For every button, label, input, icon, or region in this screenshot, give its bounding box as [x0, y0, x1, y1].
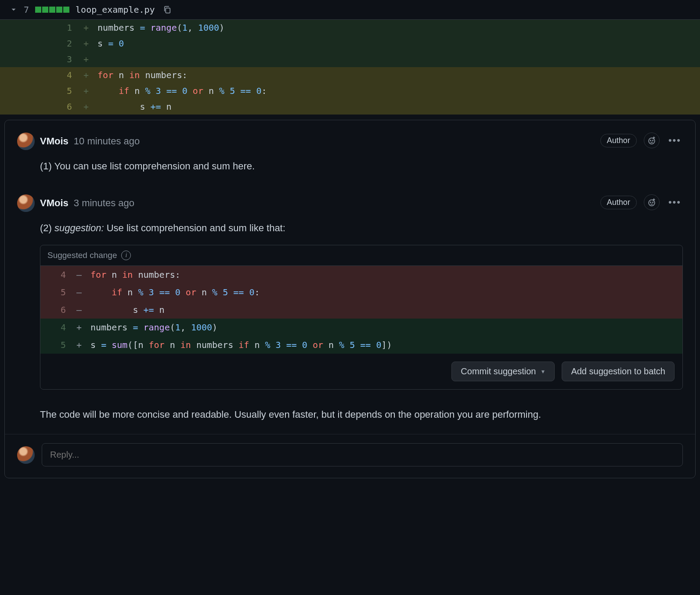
- kebab-icon[interactable]: •••: [667, 135, 683, 146]
- diff-row: 4– for n in numbers:: [40, 266, 682, 283]
- svg-point-4: [649, 200, 655, 206]
- code-line: + s += n: [79, 99, 700, 115]
- code-line: + numbers = range(1, 1000): [72, 319, 682, 336]
- line-number-old: [0, 99, 40, 115]
- line-number-new: 5: [40, 83, 79, 99]
- diff-table: 1+ numbers = range(1, 1000)2+ s = 03+ 4+…: [0, 20, 700, 115]
- svg-point-1: [649, 138, 655, 144]
- comment-time[interactable]: 10 minutes ago: [74, 136, 140, 147]
- line-number-new: 2: [40, 36, 79, 51]
- code-line: + numbers = range(1, 1000): [79, 20, 700, 36]
- svg-point-5: [650, 202, 651, 203]
- commit-suggestion-button[interactable]: Commit suggestion▼: [451, 362, 555, 381]
- avatar[interactable]: [17, 194, 35, 212]
- diff-row: 1+ numbers = range(1, 1000): [0, 20, 700, 36]
- add-to-batch-button[interactable]: Add suggestion to batch: [562, 362, 675, 381]
- diff-row: 6+ s += n: [0, 99, 700, 115]
- author-badge: Author: [600, 196, 637, 209]
- line-number: 5: [40, 283, 72, 301]
- author-badge: Author: [600, 134, 637, 147]
- comment-author[interactable]: VMois: [40, 136, 69, 147]
- code-line: – s += n: [72, 301, 682, 319]
- code-line: + s = 0: [79, 36, 700, 51]
- svg-point-3: [653, 140, 653, 141]
- comment: Author ••• VMois 3 minutes ago (2) sugge…: [5, 182, 695, 407]
- chevron-down-icon: ▼: [541, 369, 546, 375]
- diff-row: 2+ s = 0: [0, 36, 700, 51]
- line-number-old: [0, 67, 40, 83]
- add-reaction-icon[interactable]: [644, 133, 660, 148]
- diff-row: 5– if n % 3 == 0 or n % 5 == 0:: [40, 283, 682, 301]
- comment-body: (2) suggestion: Use list comprehension a…: [40, 221, 683, 235]
- suggestion-diff: 4– for n in numbers:5– if n % 3 == 0 or …: [40, 266, 682, 354]
- reply-input[interactable]: [42, 443, 683, 466]
- line-number-old: [0, 51, 40, 67]
- diff-row: 6– s += n: [40, 301, 682, 319]
- line-number-old: [0, 83, 40, 99]
- code-line: +: [79, 51, 700, 67]
- comment-time[interactable]: 3 minutes ago: [74, 197, 134, 209]
- diff-count: 7: [24, 4, 29, 15]
- line-number: 6: [40, 301, 72, 319]
- code-line: – for n in numbers:: [72, 266, 682, 283]
- reply-row: [5, 434, 695, 478]
- svg-point-2: [650, 140, 651, 141]
- svg-rect-0: [166, 8, 170, 13]
- comment-body-followup: The code will be more concise and readab…: [40, 407, 683, 422]
- file-name[interactable]: loop_example.py: [76, 4, 155, 15]
- diffstat-squares: [35, 7, 69, 13]
- comment-body: (1) You can use list comprehension and s…: [40, 159, 683, 173]
- diff-row: 5+ s = sum([n for n in numbers if n % 3 …: [40, 336, 682, 354]
- line-number-new: 3: [40, 51, 79, 67]
- chevron-down-icon[interactable]: [10, 6, 18, 14]
- code-line: – if n % 3 == 0 or n % 5 == 0:: [72, 283, 682, 301]
- suggestion-box: Suggested change i 4– for n in numbers:5…: [40, 245, 683, 390]
- line-number: 5: [40, 336, 72, 354]
- line-number: 4: [40, 266, 72, 283]
- line-number-old: [0, 20, 40, 36]
- comment: Author ••• VMois 10 minutes ago (1) You …: [5, 120, 695, 182]
- diff-row: 4+ for n in numbers:: [0, 67, 700, 83]
- kebab-icon[interactable]: •••: [667, 197, 683, 208]
- line-number: 4: [40, 319, 72, 336]
- line-number-old: [0, 36, 40, 51]
- line-number-new: 6: [40, 99, 79, 115]
- suggestion-label: Suggested change: [47, 251, 117, 260]
- line-number-new: 1: [40, 20, 79, 36]
- diff-row: 3+: [0, 51, 700, 67]
- line-number-new: 4: [40, 67, 79, 83]
- file-header: 7 loop_example.py: [0, 0, 700, 20]
- code-line: + if n % 3 == 0 or n % 5 == 0:: [79, 83, 700, 99]
- avatar[interactable]: [17, 133, 35, 150]
- info-icon[interactable]: i: [121, 251, 131, 260]
- comment-thread: Author ••• VMois 10 minutes ago (1) You …: [4, 120, 696, 478]
- comment-author[interactable]: VMois: [40, 197, 69, 209]
- avatar[interactable]: [17, 446, 35, 464]
- code-line: + for n in numbers:: [79, 67, 700, 83]
- code-line: + s = sum([n for n in numbers if n % 3 =…: [72, 336, 682, 354]
- diff-row: 5+ if n % 3 == 0 or n % 5 == 0:: [0, 83, 700, 99]
- svg-point-6: [653, 202, 653, 203]
- add-reaction-icon[interactable]: [644, 194, 660, 210]
- copy-icon[interactable]: [163, 5, 172, 14]
- diff-row: 4+ numbers = range(1, 1000): [40, 319, 682, 336]
